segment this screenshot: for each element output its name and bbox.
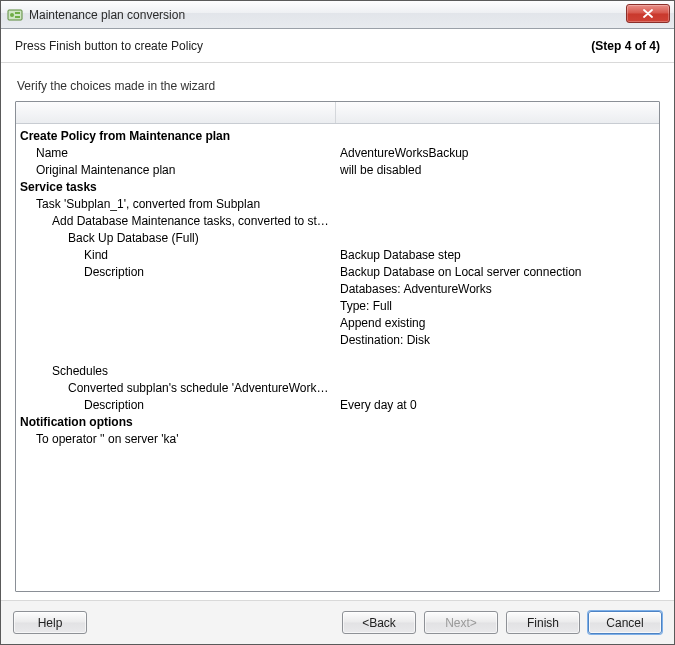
- summary-row: Original Maintenance planwill be disable…: [20, 162, 651, 179]
- svg-rect-3: [15, 16, 20, 18]
- row-key: Task 'Subplan_1', converted from Subplan: [20, 196, 340, 213]
- section-label: Create Policy from Maintenance plan: [20, 128, 340, 145]
- title-bar: Maintenance plan conversion: [1, 1, 674, 29]
- summary-row: To operator '' on server 'ka': [20, 431, 651, 448]
- grid-header-col-key: [16, 102, 336, 123]
- summary-row: Service tasks: [20, 179, 651, 196]
- summary-row: Converted subplan's schedule 'AdventureW…: [20, 380, 651, 397]
- button-bar: Help <Back Next> Finish Cancel: [1, 600, 674, 644]
- next-button: Next>: [424, 611, 498, 634]
- row-key: Add Database Maintenance tasks, converte…: [20, 213, 340, 230]
- grid-body: Create Policy from Maintenance planNameA…: [16, 124, 659, 591]
- row-key: Converted subplan's schedule 'AdventureW…: [20, 380, 340, 397]
- grid-header: [16, 102, 659, 124]
- summary-row: DescriptionBackup Database on Local serv…: [20, 264, 651, 349]
- row-key: Original Maintenance plan: [20, 162, 340, 179]
- window-title: Maintenance plan conversion: [29, 8, 185, 22]
- verify-label: Verify the choices made in the wizard: [15, 73, 660, 101]
- summary-row: KindBackup Database step: [20, 247, 651, 264]
- section-label: Service tasks: [20, 179, 340, 196]
- section-label: Notification options: [20, 414, 340, 431]
- svg-rect-2: [15, 12, 20, 14]
- row-value: Backup Database step: [340, 247, 651, 264]
- summary-row: Task 'Subplan_1', converted from Subplan: [20, 196, 651, 213]
- row-key: Description: [20, 264, 340, 281]
- wizard-step-indicator: (Step 4 of 4): [591, 39, 660, 53]
- summary-row: Back Up Database (Full): [20, 230, 651, 247]
- row-key: To operator '' on server 'ka': [20, 431, 340, 448]
- summary-row: Notification options: [20, 414, 651, 431]
- row-value: AdventureWorksBackup: [340, 145, 651, 162]
- finish-button[interactable]: Finish: [506, 611, 580, 634]
- close-button[interactable]: [626, 4, 670, 23]
- content-area: Verify the choices made in the wizard Cr…: [1, 63, 674, 600]
- summary-row: Create Policy from Maintenance plan: [20, 128, 651, 145]
- cancel-button[interactable]: Cancel: [588, 611, 662, 634]
- row-value: Backup Database on Local server connecti…: [340, 264, 651, 349]
- help-button[interactable]: Help: [13, 611, 87, 634]
- row-key: Description: [20, 397, 340, 414]
- row-key: Back Up Database (Full): [20, 230, 340, 247]
- spacer-row: [20, 349, 651, 363]
- wizard-instruction: Press Finish button to create Policy: [15, 39, 203, 53]
- row-key: Schedules: [20, 363, 340, 380]
- app-icon: [7, 7, 23, 23]
- row-value: will be disabled: [340, 162, 651, 179]
- row-value: Every day at 0: [340, 397, 651, 414]
- summary-grid: Create Policy from Maintenance planNameA…: [15, 101, 660, 592]
- svg-point-1: [10, 13, 14, 17]
- back-button[interactable]: <Back: [342, 611, 416, 634]
- summary-row: NameAdventureWorksBackup: [20, 145, 651, 162]
- row-key: Kind: [20, 247, 340, 264]
- summary-row: DescriptionEvery day at 0: [20, 397, 651, 414]
- dialog-window: Maintenance plan conversion Press Finish…: [0, 0, 675, 645]
- summary-row: Add Database Maintenance tasks, converte…: [20, 213, 651, 230]
- row-key: Name: [20, 145, 340, 162]
- wizard-header: Press Finish button to create Policy (St…: [1, 29, 674, 63]
- grid-header-col-value: [336, 102, 659, 123]
- summary-row: Schedules: [20, 363, 651, 380]
